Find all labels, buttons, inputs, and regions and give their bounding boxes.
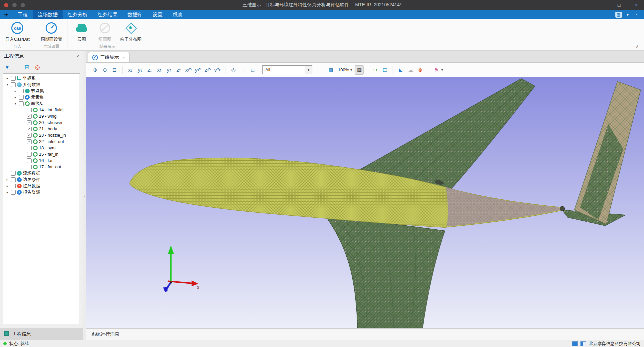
tree-checkbox[interactable] — [27, 165, 32, 169]
tree-checkbox[interactable] — [27, 127, 32, 131]
layout-icon-2[interactable] — [580, 341, 586, 346]
tree-expander-icon[interactable]: ▸ — [5, 77, 10, 80]
save-view-icon[interactable]: ⚑ — [432, 65, 441, 75]
tree-checkbox[interactable] — [11, 76, 16, 81]
grid-view-icon[interactable]: ⊞ — [25, 64, 29, 70]
3d-viewport[interactable]: x — [86, 77, 644, 328]
tree-checkbox[interactable] — [19, 89, 24, 93]
minimize-button[interactable]: ─ — [598, 2, 605, 8]
probe-icon[interactable]: ◎ — [229, 65, 238, 75]
view-iso-icon[interactable]: v↷ — [213, 65, 222, 75]
tree-checkbox[interactable] — [27, 158, 32, 163]
toolbar-icon[interactable] — [225, 66, 225, 74]
combo-caret-icon[interactable]: ▾ — [305, 66, 312, 74]
tree-row[interactable]: ▸ 报告资源 — [3, 189, 80, 195]
ribbon-button[interactable]: 周期面设置 — [38, 20, 65, 43]
tree-expander-icon[interactable]: ▸ — [13, 89, 18, 93]
zoom-window-icon[interactable]: ⊡ — [110, 65, 119, 75]
filter-icon[interactable]: ▼ — [4, 64, 10, 70]
tree-checkbox[interactable] — [27, 152, 32, 157]
tree-row[interactable]: 22 - inlet_out — [3, 138, 80, 145]
grid-icon[interactable]: ▦ — [355, 65, 364, 75]
tree-row[interactable]: 16 - far — [3, 157, 80, 164]
window-menu-icon[interactable] — [4, 3, 8, 7]
view-x-plus-icon[interactable]: x↑ — [155, 65, 164, 75]
rotate-x-icon[interactable]: x↶ — [184, 65, 193, 75]
layout-icon-1[interactable] — [572, 341, 578, 346]
view-z-plus-icon[interactable]: z↑ — [174, 65, 183, 75]
display-filter-select[interactable]: All ▾ — [262, 65, 312, 74]
panel-splitter[interactable] — [83, 51, 86, 340]
maximize-button[interactable]: □ — [615, 2, 623, 8]
tree-row[interactable]: 流场数据 — [3, 170, 80, 176]
tab-3d-display[interactable]: 三维显示 × — [88, 52, 130, 62]
clear-marks-icon[interactable]: ⊗ — [416, 65, 425, 75]
rotate-z-icon[interactable]: z↶ — [203, 65, 212, 75]
ribbon-collapse-icon[interactable]: ∧ — [636, 44, 639, 49]
tree-row[interactable]: ▸ 边界条件 — [3, 176, 80, 183]
view-y-plus-icon[interactable]: y↑ — [164, 65, 173, 75]
tree-row[interactable]: ▸ 元素集 — [3, 94, 80, 100]
menu-item[interactable]: 流场数据 — [33, 10, 63, 19]
project-info-bottom-tab[interactable]: 工程信息 — [0, 328, 83, 340]
tree-expander-icon[interactable]: ▾ — [5, 83, 10, 86]
tree-checkbox[interactable] — [11, 184, 16, 188]
tree-row[interactable]: ▸ 红外数据 — [3, 183, 80, 189]
skin-caret-icon[interactable]: ▾ — [624, 12, 631, 18]
menu-item[interactable]: 工程 — [13, 10, 33, 19]
tree-checkbox[interactable] — [19, 95, 24, 100]
tree-row[interactable]: 17 - far_out — [3, 164, 80, 170]
tree-checkbox[interactable] — [27, 146, 32, 150]
tree-checkbox[interactable] — [27, 120, 32, 125]
panel-collapse-icon[interactable]: < — [77, 54, 79, 59]
tree-checkbox[interactable] — [19, 101, 24, 106]
view-x-minus-icon[interactable]: x↓ — [126, 65, 135, 75]
tree-row[interactable]: ▾ 面线集 — [3, 100, 80, 107]
menu-item[interactable]: 红外结果 — [93, 10, 123, 19]
mirror-icon[interactable]: ◣ — [396, 65, 405, 75]
save-caret-icon[interactable]: ▾ — [441, 68, 443, 72]
export-view-icon[interactable]: ↪ — [371, 65, 380, 75]
tree-row[interactable]: 20 - chuiwei — [3, 119, 80, 126]
tree-expander-icon[interactable]: ▾ — [13, 102, 18, 105]
tree-checkbox[interactable] — [11, 177, 16, 182]
ribbon-button[interactable]: 切面图 — [94, 20, 116, 43]
close-button[interactable]: × — [633, 2, 640, 8]
tree-checkbox[interactable] — [27, 139, 32, 144]
tree-expander-icon[interactable]: ▸ — [13, 96, 18, 99]
window-tool-icon-2[interactable] — [21, 3, 25, 7]
toolbar-icon[interactable] — [122, 66, 123, 74]
tab-close-icon[interactable]: × — [123, 55, 125, 60]
view-z-minus-icon[interactable]: z↓ — [145, 65, 154, 75]
tree-expander-icon[interactable]: ▸ — [5, 191, 10, 194]
tree-row[interactable]: 23 - nozzle_in — [3, 132, 80, 138]
viewport-canvas[interactable]: x — [86, 77, 644, 328]
tree-row[interactable]: ▾ 几何数据 — [3, 81, 80, 88]
menu-item[interactable]: 红外分析 — [63, 10, 93, 19]
snapshot-icon[interactable]: ▤ — [380, 65, 389, 75]
tree-row[interactable]: ▸ 坐标系 — [3, 75, 80, 81]
skin-icon[interactable]: ▦ — [615, 12, 622, 18]
halftone-icon[interactable]: ▨ — [326, 65, 335, 75]
box-select-icon[interactable]: □ — [248, 65, 257, 75]
ribbon-button[interactable]: 粒子分布图 — [117, 20, 144, 43]
menu-item[interactable]: 设置 — [148, 10, 167, 19]
tree-row[interactable]: 21 - body — [3, 126, 80, 132]
list-view-icon[interactable]: ≡ — [16, 64, 19, 70]
tree-checkbox[interactable] — [27, 108, 32, 112]
particle-pick-icon[interactable]: ∴ — [238, 65, 247, 75]
tree-checkbox[interactable] — [11, 171, 16, 176]
menu-item[interactable]: 帮助 — [167, 10, 187, 19]
tree-row[interactable]: 19 - wing — [3, 113, 80, 119]
zoom-out-icon[interactable]: ⊖ — [100, 65, 109, 75]
tree-expander-icon[interactable]: ▸ — [5, 178, 10, 181]
tree-expander-icon[interactable]: ▸ — [5, 184, 10, 188]
rotate-y-icon[interactable]: y↶ — [193, 65, 202, 75]
tree-row[interactable]: 18 - sym — [3, 145, 80, 151]
zoom-in-icon[interactable]: ⊕ — [91, 65, 100, 75]
zoom-level-select[interactable]: 100% ▾ — [336, 67, 354, 72]
about-icon[interactable]: ▫ — [633, 12, 640, 18]
tree-row[interactable]: 15 - far_in — [3, 151, 80, 157]
menu-item[interactable]: 数据库 — [123, 10, 148, 19]
ribbon-button[interactable]: 云图 — [71, 20, 93, 43]
